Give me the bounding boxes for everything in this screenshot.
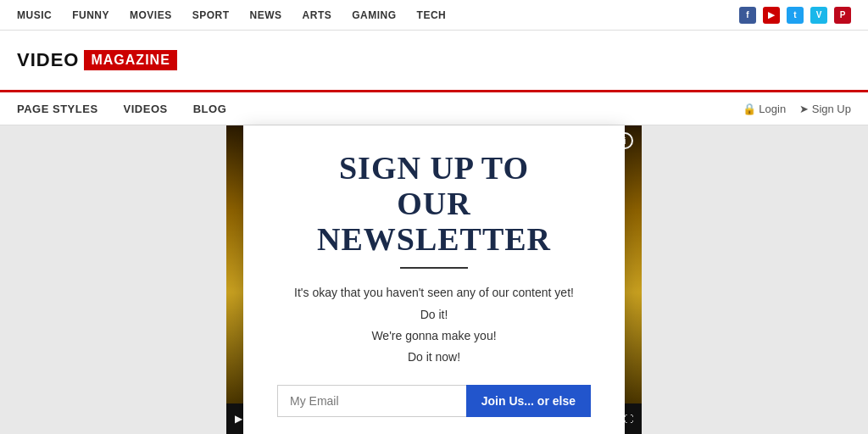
nav-arts[interactable]: ARTS bbox=[303, 9, 332, 21]
secondary-nav: PAGE STYLES VIDEOS BLOG 🔒 Login ➤ Sign U… bbox=[0, 90, 868, 125]
join-button[interactable]: Join Us... or else bbox=[466, 385, 591, 417]
facebook-icon[interactable]: f bbox=[739, 7, 756, 24]
social-links: f ▶ t V P bbox=[739, 7, 851, 24]
modal-body: It's okay that you haven't seen any of o… bbox=[277, 282, 591, 368]
nav-gaming[interactable]: GAMING bbox=[352, 9, 396, 21]
nav-movies[interactable]: MOVIES bbox=[130, 9, 172, 21]
email-input[interactable] bbox=[277, 385, 466, 417]
nav-tech[interactable]: TECH bbox=[417, 9, 447, 21]
signup-link[interactable]: ➤ Sign Up bbox=[799, 103, 851, 115]
nav-news[interactable]: NEWS bbox=[250, 9, 282, 21]
logo-video: VIDEO bbox=[17, 49, 79, 71]
newsletter-form: Join Us... or else bbox=[277, 385, 591, 417]
logo-magazine: MAGAZINE bbox=[84, 50, 176, 70]
newsletter-modal: SIGN UP TOOUR NEWSLETTER It's okay that … bbox=[243, 125, 625, 434]
modal-line-2: Do it! bbox=[420, 308, 448, 321]
youtube-icon[interactable]: ▶ bbox=[763, 7, 780, 24]
top-nav: MUSIC FUNNY MOVIES SPORT NEWS ARTS GAMIN… bbox=[0, 0, 868, 31]
page-right bbox=[642, 125, 868, 434]
modal-divider bbox=[400, 267, 468, 269]
nav-blog[interactable]: BLOG bbox=[193, 103, 227, 115]
top-nav-links: MUSIC FUNNY MOVIES SPORT NEWS ARTS GAMIN… bbox=[17, 9, 446, 21]
auth-links: 🔒 Login ➤ Sign Up bbox=[743, 103, 851, 115]
modal-title: SIGN UP TOOUR NEWSLETTER bbox=[277, 151, 591, 257]
nav-music[interactable]: MUSIC bbox=[17, 9, 52, 21]
twitter-icon[interactable]: t bbox=[787, 7, 804, 24]
nav-videos[interactable]: VIDEOS bbox=[124, 103, 168, 115]
content-area: i ▶ ⏭ 🔊 0:00 / 14:01 ⚙ ▭ ⛶ SIGN UP TOOUR… bbox=[0, 125, 868, 434]
modal-line-4: Do it now! bbox=[408, 350, 460, 364]
nav-funny[interactable]: FUNNY bbox=[72, 9, 109, 21]
modal-line-1: It's okay that you haven't seen any of o… bbox=[294, 286, 574, 299]
pinterest-icon[interactable]: P bbox=[834, 7, 851, 24]
nav-page-styles[interactable]: PAGE STYLES bbox=[17, 103, 98, 115]
play-button[interactable]: ▶ bbox=[235, 413, 242, 425]
vimeo-icon[interactable]: V bbox=[810, 7, 827, 24]
logo[interactable]: VIDEO MAGAZINE bbox=[17, 49, 177, 71]
login-link[interactable]: 🔒 Login bbox=[743, 103, 786, 115]
nav-sport[interactable]: SPORT bbox=[192, 9, 230, 21]
secondary-nav-links: PAGE STYLES VIDEOS BLOG bbox=[17, 103, 226, 115]
fullscreen-icon[interactable]: ⛶ bbox=[624, 414, 633, 424]
page-left bbox=[0, 125, 226, 434]
logo-bar: VIDEO MAGAZINE bbox=[0, 31, 868, 90]
modal-line-3: We're gonna make you! bbox=[371, 329, 496, 342]
